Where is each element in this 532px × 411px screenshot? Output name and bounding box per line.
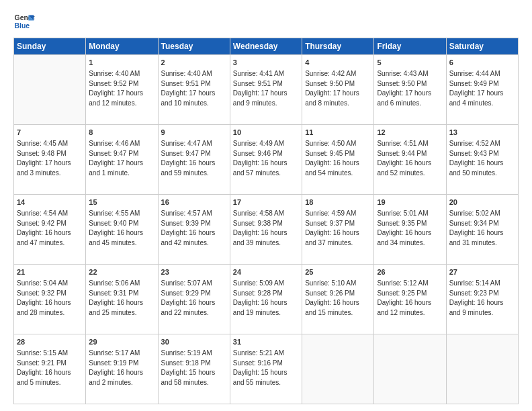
day-number: 20 xyxy=(449,197,515,208)
day-cell: 24Sunrise: 5:09 AMSunset: 9:28 PMDayligh… xyxy=(230,265,302,334)
week-row-3: 14Sunrise: 4:54 AMSunset: 9:42 PMDayligh… xyxy=(14,195,519,265)
day-info: Sunrise: 4:47 AMSunset: 9:47 PMDaylight:… xyxy=(161,139,227,178)
week-row-2: 7Sunrise: 4:45 AMSunset: 9:48 PMDaylight… xyxy=(14,125,519,195)
calendar-table: SundayMondayTuesdayWednesdayThursdayFrid… xyxy=(13,38,519,404)
day-info: Sunrise: 5:10 AMSunset: 9:26 PMDaylight:… xyxy=(305,279,371,318)
day-number: 19 xyxy=(377,197,443,208)
day-number: 3 xyxy=(233,58,299,68)
day-number: 13 xyxy=(449,128,515,138)
day-cell: 23Sunrise: 5:07 AMSunset: 9:29 PMDayligh… xyxy=(158,265,230,334)
day-number: 16 xyxy=(161,197,227,208)
day-cell: 26Sunrise: 5:12 AMSunset: 9:25 PMDayligh… xyxy=(374,265,446,334)
day-cell: 6Sunrise: 4:44 AMSunset: 9:49 PMDaylight… xyxy=(446,55,518,125)
day-info: Sunrise: 4:44 AMSunset: 9:49 PMDaylight:… xyxy=(449,69,515,108)
day-cell: 12Sunrise: 4:51 AMSunset: 9:44 PMDayligh… xyxy=(374,125,446,195)
header: General Blue xyxy=(13,11,519,32)
day-info: Sunrise: 4:51 AMSunset: 9:44 PMDaylight:… xyxy=(377,139,443,178)
page: General Blue SundayMondayTuesdayWednesda… xyxy=(0,0,532,411)
column-header-wednesday: Wednesday xyxy=(230,38,302,55)
day-number: 31 xyxy=(233,337,299,347)
week-row-5: 28Sunrise: 5:15 AMSunset: 9:21 PMDayligh… xyxy=(14,334,519,404)
day-number: 28 xyxy=(17,337,83,347)
day-info: Sunrise: 4:43 AMSunset: 9:50 PMDaylight:… xyxy=(377,69,443,108)
week-row-4: 21Sunrise: 5:04 AMSunset: 9:32 PMDayligh… xyxy=(14,265,519,334)
day-info: Sunrise: 5:07 AMSunset: 9:29 PMDaylight:… xyxy=(161,279,227,318)
day-number: 2 xyxy=(161,58,227,68)
day-number: 5 xyxy=(377,58,443,68)
day-cell: 21Sunrise: 5:04 AMSunset: 9:32 PMDayligh… xyxy=(14,265,86,334)
logo-icon: General Blue xyxy=(13,11,35,32)
day-cell: 25Sunrise: 5:10 AMSunset: 9:26 PMDayligh… xyxy=(302,265,374,334)
day-info: Sunrise: 5:04 AMSunset: 9:32 PMDaylight:… xyxy=(17,279,83,318)
day-info: Sunrise: 5:19 AMSunset: 9:18 PMDaylight:… xyxy=(161,349,227,387)
column-header-saturday: Saturday xyxy=(446,38,518,55)
day-cell xyxy=(446,334,518,404)
day-number: 9 xyxy=(161,128,227,138)
day-cell: 31Sunrise: 5:21 AMSunset: 9:16 PMDayligh… xyxy=(230,334,302,404)
day-number: 11 xyxy=(305,128,371,138)
day-info: Sunrise: 4:46 AMSunset: 9:47 PMDaylight:… xyxy=(89,139,154,178)
day-number: 10 xyxy=(233,128,299,138)
day-number: 26 xyxy=(377,267,443,277)
day-number: 30 xyxy=(161,337,227,347)
day-cell: 27Sunrise: 5:14 AMSunset: 9:23 PMDayligh… xyxy=(446,265,518,334)
day-cell: 19Sunrise: 5:01 AMSunset: 9:35 PMDayligh… xyxy=(374,195,446,265)
day-cell: 29Sunrise: 5:17 AMSunset: 9:19 PMDayligh… xyxy=(86,334,158,404)
day-number: 8 xyxy=(89,128,154,138)
day-info: Sunrise: 4:55 AMSunset: 9:40 PMDaylight:… xyxy=(89,209,154,248)
week-row-1: 1Sunrise: 4:40 AMSunset: 9:52 PMDaylight… xyxy=(14,55,519,125)
day-info: Sunrise: 4:40 AMSunset: 9:51 PMDaylight:… xyxy=(161,69,227,108)
day-cell: 30Sunrise: 5:19 AMSunset: 9:18 PMDayligh… xyxy=(158,334,230,404)
day-info: Sunrise: 5:02 AMSunset: 9:34 PMDaylight:… xyxy=(449,209,515,248)
day-info: Sunrise: 5:01 AMSunset: 9:35 PMDaylight:… xyxy=(377,209,443,248)
day-cell: 17Sunrise: 4:58 AMSunset: 9:38 PMDayligh… xyxy=(230,195,302,265)
column-header-monday: Monday xyxy=(86,38,158,55)
day-number: 18 xyxy=(305,197,371,208)
day-cell: 18Sunrise: 4:59 AMSunset: 9:37 PMDayligh… xyxy=(302,195,374,265)
column-header-sunday: Sunday xyxy=(14,38,86,55)
day-info: Sunrise: 5:17 AMSunset: 9:19 PMDaylight:… xyxy=(89,349,154,387)
day-info: Sunrise: 4:41 AMSunset: 9:51 PMDaylight:… xyxy=(233,69,299,108)
day-number: 14 xyxy=(17,197,83,208)
calendar-header-row: SundayMondayTuesdayWednesdayThursdayFrid… xyxy=(14,38,519,55)
day-cell: 2Sunrise: 4:40 AMSunset: 9:51 PMDaylight… xyxy=(158,55,230,125)
day-cell xyxy=(374,334,446,404)
day-number: 12 xyxy=(377,128,443,138)
day-cell: 20Sunrise: 5:02 AMSunset: 9:34 PMDayligh… xyxy=(446,195,518,265)
day-cell: 1Sunrise: 4:40 AMSunset: 9:52 PMDaylight… xyxy=(86,55,158,125)
day-cell: 9Sunrise: 4:47 AMSunset: 9:47 PMDaylight… xyxy=(158,125,230,195)
day-cell xyxy=(302,334,374,404)
column-header-thursday: Thursday xyxy=(302,38,374,55)
day-info: Sunrise: 4:52 AMSunset: 9:43 PMDaylight:… xyxy=(449,139,515,178)
day-info: Sunrise: 4:58 AMSunset: 9:38 PMDaylight:… xyxy=(233,209,299,248)
day-info: Sunrise: 5:15 AMSunset: 9:21 PMDaylight:… xyxy=(17,349,83,387)
svg-text:Blue: Blue xyxy=(15,22,30,30)
day-cell: 15Sunrise: 4:55 AMSunset: 9:40 PMDayligh… xyxy=(86,195,158,265)
day-cell: 5Sunrise: 4:43 AMSunset: 9:50 PMDaylight… xyxy=(374,55,446,125)
day-info: Sunrise: 4:54 AMSunset: 9:42 PMDaylight:… xyxy=(17,209,83,248)
calendar-body: 1Sunrise: 4:40 AMSunset: 9:52 PMDaylight… xyxy=(14,55,519,404)
day-info: Sunrise: 5:09 AMSunset: 9:28 PMDaylight:… xyxy=(233,279,299,318)
day-number: 29 xyxy=(89,337,154,347)
day-cell: 4Sunrise: 4:42 AMSunset: 9:50 PMDaylight… xyxy=(302,55,374,125)
day-number: 15 xyxy=(89,197,154,208)
column-header-friday: Friday xyxy=(374,38,446,55)
column-header-tuesday: Tuesday xyxy=(158,38,230,55)
day-number: 24 xyxy=(233,267,299,277)
day-info: Sunrise: 4:50 AMSunset: 9:45 PMDaylight:… xyxy=(305,139,371,178)
day-info: Sunrise: 5:14 AMSunset: 9:23 PMDaylight:… xyxy=(449,279,515,318)
day-number: 17 xyxy=(233,197,299,208)
day-cell: 14Sunrise: 4:54 AMSunset: 9:42 PMDayligh… xyxy=(14,195,86,265)
day-number: 6 xyxy=(449,58,515,68)
day-cell: 11Sunrise: 4:50 AMSunset: 9:45 PMDayligh… xyxy=(302,125,374,195)
day-info: Sunrise: 5:21 AMSunset: 9:16 PMDaylight:… xyxy=(233,349,299,387)
day-number: 22 xyxy=(89,267,154,277)
day-info: Sunrise: 4:45 AMSunset: 9:48 PMDaylight:… xyxy=(17,139,83,178)
day-number: 21 xyxy=(17,267,83,277)
day-cell: 13Sunrise: 4:52 AMSunset: 9:43 PMDayligh… xyxy=(446,125,518,195)
day-info: Sunrise: 4:49 AMSunset: 9:46 PMDaylight:… xyxy=(233,139,299,178)
day-cell: 7Sunrise: 4:45 AMSunset: 9:48 PMDaylight… xyxy=(14,125,86,195)
day-info: Sunrise: 4:57 AMSunset: 9:39 PMDaylight:… xyxy=(161,209,227,248)
logo: General Blue xyxy=(13,11,35,32)
day-number: 27 xyxy=(449,267,515,277)
